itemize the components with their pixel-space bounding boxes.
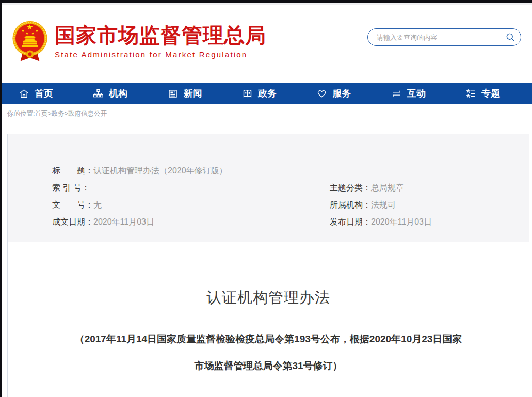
- nav-item-news[interactable]: 新闻: [168, 87, 202, 100]
- nav-item-org[interactable]: 机构: [93, 87, 127, 100]
- info-row-publish-date: 发布日期：2020年11月03日: [268, 213, 529, 230]
- nav-label: 专题: [481, 87, 500, 100]
- info-row-department: 所属机构：法规司: [268, 196, 529, 213]
- search-input[interactable]: [368, 34, 500, 41]
- info-label: 标 题：: [52, 166, 93, 175]
- nav-label: 机构: [109, 87, 127, 100]
- info-label: 所属机构：: [330, 200, 371, 209]
- nav-label: 首页: [35, 87, 53, 100]
- info-row-doc-number: 文 号：无: [8, 196, 268, 213]
- info-value: 2020年11月03日: [93, 217, 154, 226]
- info-label: 成文日期：: [52, 217, 93, 226]
- document-intro: （2017年11月14日国家质量监督检验检疫总局令第193号公布，根据2020年…: [54, 326, 482, 379]
- nav-item-home[interactable]: 首页: [19, 87, 53, 100]
- info-label: 索 引 号：: [52, 183, 90, 192]
- nav-label: 服务: [332, 87, 351, 100]
- nav-label: 互动: [407, 87, 426, 100]
- nav-item-services[interactable]: 服务: [316, 87, 351, 100]
- search-button[interactable]: [500, 29, 521, 45]
- info-label: 主题分类：: [330, 183, 371, 192]
- info-row-written-date: 成文日期：2020年11月03日: [8, 213, 268, 230]
- nav-label: 新闻: [184, 87, 202, 100]
- nav-label: 政务: [258, 87, 277, 100]
- national-emblem-icon: [9, 19, 51, 64]
- site-logo[interactable]: 国家市场监督管理总局 State Administration for Mark…: [9, 19, 266, 64]
- document-title: 认证机构管理办法: [8, 242, 529, 308]
- window-left-edge: [0, 0, 2, 397]
- document-body: 认证机构管理办法 （2017年11月14日国家质量监督检验检疫总局令第193号公…: [7, 242, 529, 397]
- search-box: [367, 28, 521, 46]
- info-value: 认证机构管理办法（2020年修订版）: [93, 166, 228, 175]
- topics-icon: [465, 88, 476, 99]
- org-icon: [93, 88, 104, 99]
- site-header: 国家市场监督管理总局 State Administration for Mark…: [0, 3, 532, 83]
- main-content: 标 题：认证机构管理办法（2020年修订版） 索 引 号： 文 号：无 成文日期…: [7, 134, 529, 397]
- document-intro-line: （2017年11月14日国家质量监督检验检疫总局令第193号公布，根据2020年…: [54, 326, 482, 353]
- nav-item-topics[interactable]: 专题: [465, 87, 500, 100]
- news-icon: [168, 88, 179, 99]
- nav-item-gov[interactable]: 政务: [242, 87, 277, 100]
- main-nav: 首页 机构 新闻 政务 服务 互动: [0, 83, 532, 104]
- info-value: 法规司: [371, 200, 396, 209]
- info-row-title: 标 题：认证机构管理办法（2020年修订版）: [8, 162, 268, 179]
- top-divider: [0, 3, 532, 5]
- gov-icon: [242, 88, 253, 99]
- site-title-en: State Administration for Market Regulati…: [55, 50, 266, 59]
- info-value: 总局规章: [371, 183, 404, 192]
- info-value: 无: [93, 200, 102, 209]
- heart-icon: [316, 88, 327, 99]
- info-label: 发布日期：: [330, 217, 371, 226]
- document-info-panel: 标 题：认证机构管理办法（2020年修订版） 索 引 号： 文 号：无 成文日期…: [7, 134, 529, 242]
- info-value: 2020年11月03日: [371, 217, 432, 226]
- info-label: 文 号：: [52, 200, 93, 209]
- home-icon: [19, 88, 29, 99]
- info-row-index-number: 索 引 号：: [8, 179, 268, 196]
- document-intro-line: 市场监督管理总局令第31号修订）: [54, 353, 482, 379]
- swap-icon: [391, 88, 402, 99]
- site-title-cn: 国家市场监督管理总局: [55, 24, 266, 46]
- nav-item-interact[interactable]: 互动: [391, 87, 426, 100]
- search-icon: [505, 32, 515, 42]
- breadcrumb[interactable]: 你的位置:首页>政务>政府信息公开: [7, 109, 532, 118]
- info-row-category: 主题分类：总局规章: [268, 179, 529, 196]
